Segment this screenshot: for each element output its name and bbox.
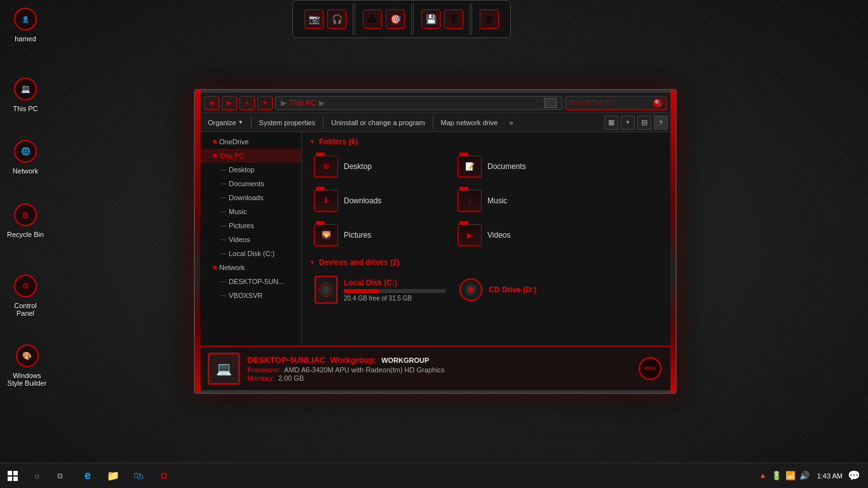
view-icons: ▦ ▼ ▤ ?	[604, 116, 668, 130]
memory-label: Memory:	[247, 374, 275, 382]
search-box[interactable]: Search This PC 🔍	[565, 96, 667, 110]
view-btn-help[interactable]: ?	[654, 116, 668, 130]
controlpanel-icon: ⚙	[13, 273, 38, 299]
path-thispc[interactable]: This PC	[289, 98, 316, 107]
system-properties-button[interactable]: System properties	[254, 115, 321, 130]
top-icon-joystick[interactable]: 🎯	[386, 10, 405, 29]
rog-tray-icon[interactable]: 🔺	[758, 471, 768, 480]
taskbar: ○ ⧉ e 📁 🛍 Ω 🔺 🔋 📶 🔊 1:43 AM 💬	[0, 463, 868, 488]
view-btn-2[interactable]: ▤	[637, 116, 651, 130]
toolbar-sep-1	[251, 116, 252, 129]
folders-grid: 🖥 Desktop 📝 Documents	[309, 151, 663, 250]
toolbar-sep-3	[433, 116, 433, 129]
cddrive-icon-box	[458, 274, 484, 305]
forward-button[interactable]: ▶	[222, 96, 237, 110]
more-button[interactable]: »	[504, 115, 518, 130]
sidebar-item-desktop[interactable]: — Desktop	[200, 163, 301, 177]
top-icon-drive[interactable]: 💾	[421, 10, 440, 29]
organize-button[interactable]: Organize ▼	[203, 115, 248, 130]
top-sep-3	[471, 3, 472, 35]
back-button[interactable]: ◀	[204, 96, 219, 110]
uninstall-label: Uninstall or change a program	[331, 119, 424, 126]
wsb-label: Windows Style Builder	[3, 371, 51, 388]
up-button[interactable]: ▲	[240, 96, 255, 110]
uninstall-button[interactable]: Uninstall or change a program	[326, 115, 430, 130]
view-btn-arrow[interactable]: ▼	[621, 116, 635, 130]
network-tray-icon[interactable]: 📶	[785, 471, 796, 480]
sidebar-item-localdisk[interactable]: — Local Disk (C:)	[200, 247, 301, 261]
top-icon-game[interactable]: 🕹	[363, 10, 382, 29]
taskbar-right-area: 🔺 🔋 📶 🔊 1:43 AM 💬	[753, 470, 868, 482]
folder-pictures[interactable]: 🌄 Pictures	[309, 220, 449, 250]
top-icon-headset[interactable]: 🎧	[327, 10, 346, 29]
folder-videos[interactable]: ▶ Videos	[453, 220, 593, 250]
sidebar-item-videos[interactable]: — Videos	[200, 233, 301, 247]
view-btn-1[interactable]: ▦	[604, 116, 618, 130]
network-dot	[213, 266, 217, 269]
sidebar-item-desktop5un[interactable]: — DESKTOP-5UN...	[200, 274, 301, 288]
map-network-button[interactable]: Map network drive	[436, 115, 503, 130]
device-cddrive[interactable]: CD Drive (D:)	[454, 272, 594, 308]
top-icon-storage[interactable]: 🗄	[444, 10, 463, 29]
devices-grid: Local Disk (C:) 20.4 GB free of 31.5 GB	[309, 272, 663, 308]
desktop-icon-recycle[interactable]: 🗑 Recycle Bin	[3, 202, 48, 239]
top-icon-camera[interactable]: 📷	[304, 10, 323, 29]
wsb-icon: 🎨	[15, 343, 40, 369]
videos-arrow: —	[220, 236, 226, 243]
path-dropdown[interactable]	[544, 98, 557, 108]
top-icon-trash[interactable]: 🗑	[480, 10, 499, 29]
network-icon: 🌐	[13, 139, 38, 164]
cd-drive-icon	[459, 278, 482, 301]
folder-music[interactable]: ♪ Music	[453, 186, 593, 216]
onedrive-label: OneDrive	[219, 138, 248, 146]
desktop-icon-hamed[interactable]: 👤 hamed	[3, 6, 48, 43]
taskbar-fileexplorer-icon[interactable]: 📁	[102, 464, 125, 487]
sidebar-item-music[interactable]: — Music	[200, 205, 301, 219]
device-localdisk[interactable]: Local Disk (C:) 20.4 GB free of 31.5 GB	[309, 272, 449, 308]
folders-section-header[interactable]: ▼ Folders (6)	[309, 137, 663, 146]
sidebar-item-pictures[interactable]: — Pictures	[200, 219, 301, 233]
clock[interactable]: 1:43 AM	[817, 472, 843, 480]
desktop-icon-wsb[interactable]: 🎨 Windows Style Builder	[3, 343, 51, 388]
volume-icon[interactable]: 🔊	[799, 471, 810, 480]
hamed-icon: 👤	[13, 6, 38, 32]
taskbar-store-icon[interactable]: 🛍	[127, 464, 150, 487]
documents-label: Documents	[229, 180, 264, 187]
desktop-icon-controlpanel[interactable]: ⚙ Control Panel	[3, 273, 48, 318]
pictures-folder-icon: 🌄	[314, 224, 338, 246]
sidebar-item-onedrive[interactable]: OneDrive	[200, 135, 301, 149]
taskbar-rog-icon[interactable]: Ω	[153, 464, 175, 487]
search-icon[interactable]: 🔍	[653, 98, 662, 107]
taskbar-search-button[interactable]: ○	[25, 464, 48, 487]
devices-section-header[interactable]: ▼ Devices and drives (2)	[309, 258, 663, 267]
desktop-icon-thispc[interactable]: 💻 This PC	[3, 76, 48, 113]
cddrive-name: CD Drive (D:)	[489, 285, 590, 294]
sidebar-item-vboxsvr[interactable]: — VBOXSVR	[200, 288, 301, 302]
fe-main-area: OneDrive This PC — Desktop — Documents	[200, 132, 670, 346]
sidebar-item-documents[interactable]: — Documents	[200, 177, 301, 191]
documents-folder-name: Documents	[487, 162, 526, 171]
sidebar-item-thispc[interactable]: This PC	[200, 149, 301, 163]
rog-taskbar-icon: Ω	[160, 471, 167, 481]
taskbar-edge-icon[interactable]: e	[76, 464, 99, 487]
address-path[interactable]: ▶ This PC ▶	[275, 96, 562, 110]
start-button[interactable]	[0, 463, 25, 489]
downloads-folder-name: Downloads	[344, 196, 381, 205]
desktop-icon-network[interactable]: 🌐 Network	[3, 139, 48, 175]
dropdown-button[interactable]: ▼	[257, 96, 273, 110]
battery-icon[interactable]: 🔋	[771, 471, 782, 480]
folder-documents[interactable]: 📝 Documents	[453, 151, 593, 182]
processor-value: AMD A6-3420M APU with Radeon(tm) HD Grap…	[284, 366, 444, 374]
folder-downloads[interactable]: ⬇ Downloads	[309, 186, 449, 216]
sidebar-item-downloads[interactable]: — Downloads	[200, 191, 301, 205]
notification-icon[interactable]: 💬	[845, 470, 863, 482]
localdisk-name: Local Disk (C:)	[344, 278, 445, 287]
map-network-label: Map network drive	[441, 119, 498, 126]
folder-desktop[interactable]: 🖥 Desktop	[309, 151, 449, 182]
thispc-label: This PC	[3, 104, 48, 113]
network-label: Network	[219, 264, 245, 271]
task-view-button[interactable]: ⧉	[48, 464, 71, 487]
sidebar-item-network[interactable]: Network	[200, 261, 301, 274]
downloads-label: Downloads	[229, 194, 263, 201]
path-arrow-2: ▶	[319, 98, 325, 107]
